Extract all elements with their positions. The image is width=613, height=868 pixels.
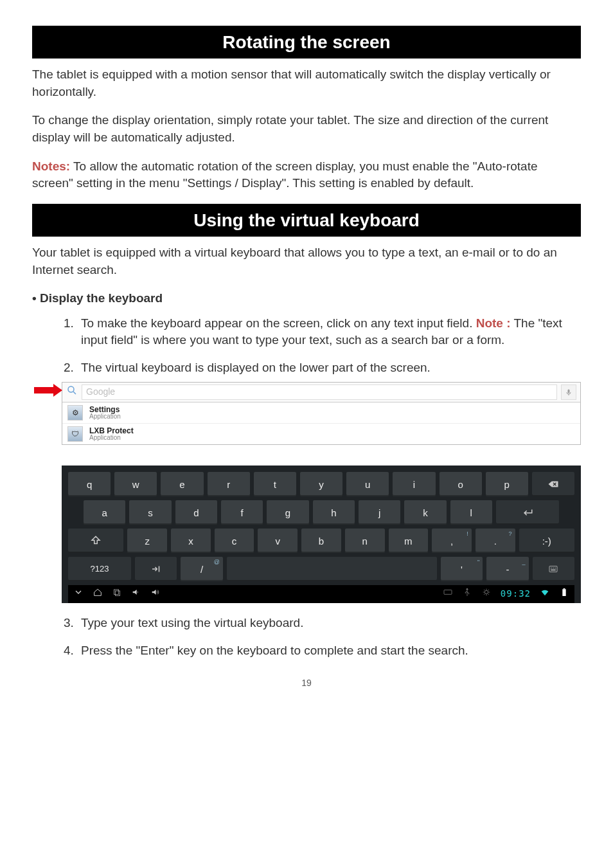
key-v[interactable]: v <box>258 529 298 553</box>
key-period[interactable]: ? . <box>475 529 515 553</box>
system-bar: 09:32 <box>68 585 574 603</box>
key-d[interactable]: d <box>175 500 217 525</box>
key-r[interactable]: r <box>208 472 250 496</box>
key-c[interactable]: c <box>215 529 254 553</box>
search-input[interactable]: Google <box>82 384 557 400</box>
wifi-icon <box>540 587 550 601</box>
notes-body: To allow the automatic rotation of the s… <box>32 159 538 190</box>
key-z[interactable]: z <box>127 529 167 553</box>
key-slash[interactable]: @ / <box>181 557 222 581</box>
rotate-p1: The tablet is equipped with a motion sen… <box>32 66 581 100</box>
key-u[interactable]: u <box>346 472 389 496</box>
svg-rect-13 <box>444 590 452 595</box>
key-x[interactable]: x <box>171 529 211 553</box>
key-smile[interactable]: :-) <box>519 529 574 553</box>
key-tab[interactable] <box>135 557 177 581</box>
search-row: Google <box>62 383 580 403</box>
kb-row4: ?123 @ / " ' _ - <box>68 557 574 581</box>
svg-rect-15 <box>562 590 565 597</box>
key-sup: _ <box>522 558 526 566</box>
svg-rect-16 <box>564 588 565 589</box>
key-h[interactable]: h <box>313 500 355 525</box>
key-dash[interactable]: _ - <box>486 557 528 581</box>
key-y[interactable]: y <box>300 472 342 496</box>
key-e[interactable]: e <box>161 472 203 496</box>
key-f[interactable]: f <box>221 500 263 525</box>
svg-point-9 <box>555 568 556 569</box>
steps-list: To make the keyboard appear on the scree… <box>32 315 581 660</box>
key-apostrophe[interactable]: " ' <box>441 557 483 581</box>
step1-note-label: Note : <box>476 316 511 330</box>
nav-voldown-icon[interactable] <box>131 587 141 601</box>
key-backspace[interactable] <box>532 472 574 496</box>
key-k[interactable]: k <box>404 500 446 525</box>
svg-point-14 <box>484 591 488 594</box>
svg-line-1 <box>73 392 76 394</box>
key-w[interactable]: w <box>114 472 157 496</box>
svg-rect-10 <box>551 570 556 571</box>
svg-point-0 <box>68 386 74 392</box>
key-g[interactable]: g <box>267 500 308 525</box>
key-shift[interactable] <box>68 529 123 553</box>
result-row-lxb[interactable]: 🛡 LXB Protect Application <box>62 424 580 444</box>
key-b[interactable]: b <box>301 529 341 553</box>
search-area: Google ⚙ Settings Application 🛡 LXB Pro <box>62 382 581 446</box>
banner-rotate: Rotating the screen <box>32 26 581 59</box>
backspace-icon <box>547 478 559 490</box>
key-label: ' <box>461 563 463 576</box>
kb-row3: z x c v b n m ! , ? . :-) <box>68 529 574 553</box>
key-a[interactable]: a <box>84 500 125 525</box>
key-space[interactable] <box>227 557 437 581</box>
rotate-p2: To change the display orientation, simpl… <box>32 112 581 146</box>
kb-row1: q w e r t y u i o p <box>68 472 574 496</box>
key-ime[interactable] <box>533 557 574 581</box>
key-s[interactable]: s <box>129 500 171 525</box>
lxb-app-icon: 🛡 <box>67 426 83 442</box>
key-n[interactable]: n <box>345 529 385 553</box>
key-comma[interactable]: ! , <box>432 529 472 553</box>
result-sub: Application <box>89 435 134 441</box>
red-arrow-icon <box>34 384 62 397</box>
key-q[interactable]: q <box>68 472 111 496</box>
settings-app-icon: ⚙ <box>67 405 83 420</box>
nav-hide-icon[interactable] <box>73 587 84 601</box>
key-j[interactable]: j <box>359 500 400 525</box>
svg-point-7 <box>551 568 553 569</box>
mic-icon[interactable] <box>561 384 576 400</box>
step-1: To make the keyboard appear on the scree… <box>77 315 581 349</box>
key-t[interactable]: t <box>254 472 296 496</box>
status-usb-icon <box>462 587 472 601</box>
banner-vk: Using the virtual keyboard <box>32 204 581 237</box>
search-icon[interactable] <box>66 384 78 401</box>
key-enter[interactable] <box>496 500 559 525</box>
kb-row2: a s d f g h j k l <box>68 500 574 525</box>
nav-volup-icon[interactable] <box>150 587 161 601</box>
battery-icon <box>559 587 569 601</box>
vk-intro: Your tablet is equipped with a virtual k… <box>32 244 581 278</box>
key-i[interactable]: i <box>393 472 435 496</box>
shift-icon <box>90 535 102 547</box>
key-sup: " <box>477 558 479 566</box>
result-row-settings[interactable]: ⚙ Settings Application <box>62 402 580 424</box>
status-clock: 09:32 <box>501 588 531 601</box>
key-l[interactable]: l <box>450 500 492 525</box>
step-2: The virtual keyboard is displayed on the… <box>77 359 581 603</box>
ime-icon <box>547 563 559 575</box>
key-sup: ? <box>509 530 512 538</box>
keyboard-figure: Google ⚙ Settings Application 🛡 LXB Pro <box>62 382 581 604</box>
key-p[interactable]: p <box>486 472 528 496</box>
key-o[interactable]: o <box>440 472 482 496</box>
bullet-heading: • Display the keyboard <box>32 290 581 307</box>
key-numtoggle[interactable]: ?123 <box>68 557 131 581</box>
nav-home-icon[interactable] <box>93 587 103 601</box>
rotate-notes: Notes: To allow the automatic rotation o… <box>32 158 581 192</box>
key-m[interactable]: m <box>389 529 429 553</box>
page-number: 19 <box>32 677 581 690</box>
nav-recent-icon[interactable] <box>112 587 122 601</box>
svg-rect-12 <box>115 591 120 595</box>
result-sub: Application <box>89 413 121 420</box>
step-4: Press the "Enter" key on the keyboard to… <box>77 642 581 660</box>
key-label: - <box>506 563 509 576</box>
svg-point-8 <box>553 568 555 569</box>
key-sup: @ <box>214 558 220 566</box>
